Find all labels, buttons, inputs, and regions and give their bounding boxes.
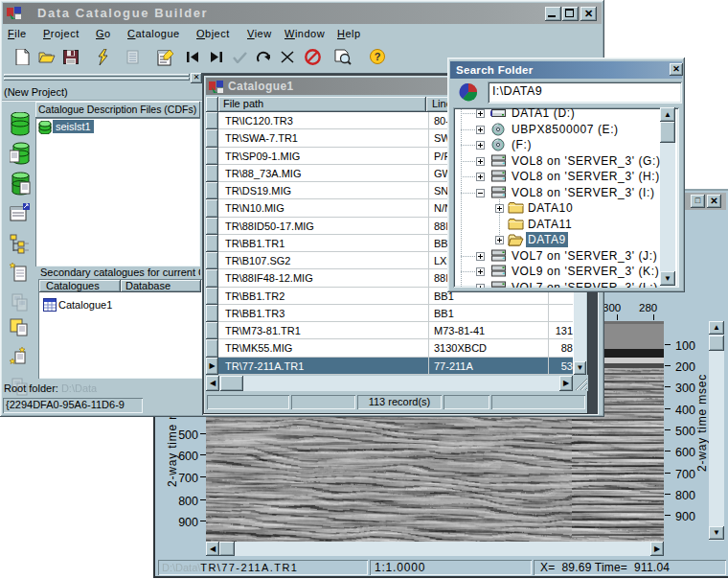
svg-text:?: ? [375,51,381,62]
